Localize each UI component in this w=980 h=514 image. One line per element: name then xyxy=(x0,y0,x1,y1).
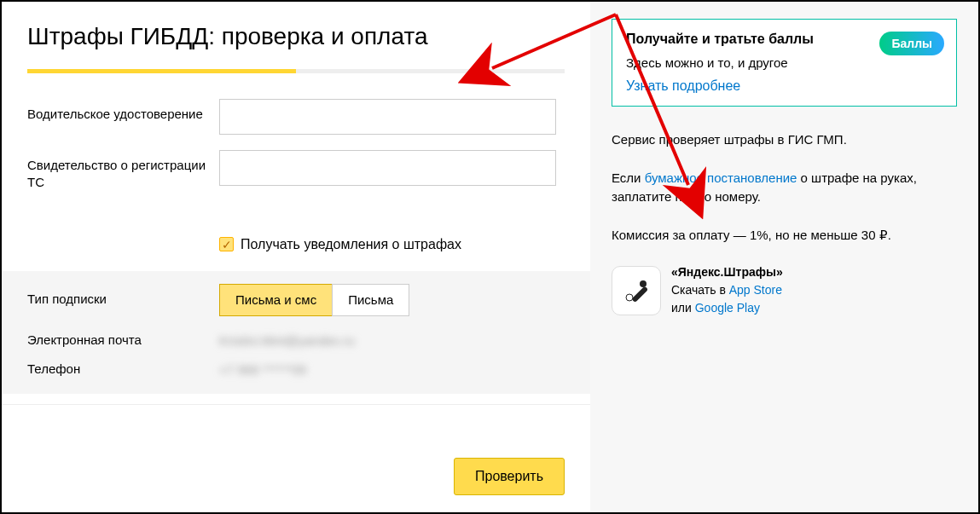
app-promo: «Яндекс.Штрафы» Скачать в App Store или … xyxy=(612,263,957,317)
registration-input[interactable] xyxy=(219,150,556,186)
info-paper-pre: Если xyxy=(612,170,645,185)
subscription-toggle: Письма и смс Письма xyxy=(219,284,409,316)
toggle-letters-sms[interactable]: Письма и смс xyxy=(219,284,332,316)
app-icon xyxy=(612,266,661,315)
app-or: или xyxy=(671,301,695,315)
svg-point-2 xyxy=(640,280,647,287)
license-input[interactable] xyxy=(219,99,556,135)
notify-label: Получать уведомления о штрафах xyxy=(241,237,461,252)
app-download-prefix: Скачать в xyxy=(671,283,729,297)
email-label: Электронная почта xyxy=(27,332,219,349)
phone-label: Телефон xyxy=(27,361,219,378)
page-title: Штрафы ГИБДД: проверка и оплата xyxy=(27,23,565,50)
svg-rect-0 xyxy=(631,286,648,303)
paper-order-link[interactable]: бумажное постановление xyxy=(645,170,797,185)
notify-checkbox[interactable]: ✓ xyxy=(219,237,234,251)
divider xyxy=(2,404,590,405)
svg-point-1 xyxy=(626,294,633,301)
email-value: Kristini.Mint@yandex.ru xyxy=(219,332,355,348)
promo-link[interactable]: Узнать подробнее xyxy=(626,78,740,93)
googleplay-link[interactable]: Google Play xyxy=(695,301,760,315)
promo-subtitle: Здесь можно и то, и другое xyxy=(626,55,942,70)
appstore-link[interactable]: App Store xyxy=(729,283,782,297)
registration-label: Свидетельство о регистрации ТС xyxy=(27,150,219,192)
subscription-type-label: Тип подписки xyxy=(27,291,219,308)
info-gis: Сервис проверяет штрафы в ГИС ГМП. xyxy=(612,130,957,150)
points-badge[interactable]: Баллы xyxy=(879,32,944,55)
app-title: «Яндекс.Штрафы» xyxy=(671,263,783,281)
submit-button[interactable]: Проверить xyxy=(454,458,565,495)
license-label: Водительское удостоверение xyxy=(27,99,219,123)
phone-value: +7 968 ******09 xyxy=(219,361,306,377)
info-paper: Если бумажное постановление о штрафе на … xyxy=(612,169,957,207)
progress-bar xyxy=(27,69,565,73)
promo-box: Баллы Получайте и тратьте баллы Здесь мо… xyxy=(612,19,957,107)
toggle-letters[interactable]: Письма xyxy=(332,284,409,316)
info-commission: Комиссия за оплату — 1%, но не меньше 30… xyxy=(612,226,957,245)
